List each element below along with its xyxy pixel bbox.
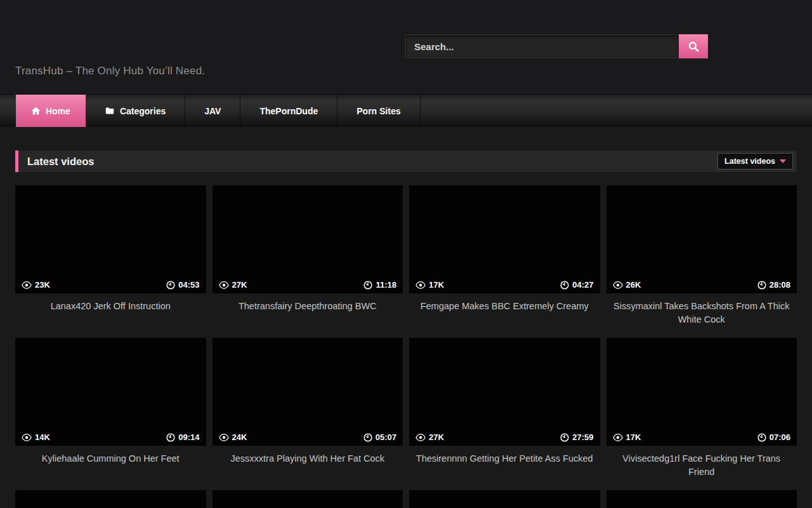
thumbnail-stats: 26K 28:08: [613, 280, 791, 290]
video-card[interactable]: 17K 07:06 Vivisectedg1rl Face Fucking He…: [606, 338, 797, 490]
nav-item-label: Home: [46, 106, 70, 116]
views-count: 26K: [626, 280, 641, 290]
views-stat: 17K: [416, 280, 444, 290]
duration-stat: 27:59: [560, 432, 593, 442]
video-card-partial[interactable]: [409, 490, 600, 508]
views-stat: 27K: [219, 280, 247, 290]
video-card[interactable]: 27K 27:59 Thesirennnn Getting Her Petite…: [409, 338, 600, 490]
video-thumbnail[interactable]: [606, 490, 797, 508]
duration: 07:06: [769, 432, 790, 442]
video-thumbnail[interactable]: 26K 28:08: [606, 185, 797, 293]
views-count: 23K: [35, 280, 50, 290]
video-thumbnail[interactable]: 27K 27:59: [409, 338, 600, 446]
search-input[interactable]: [405, 34, 679, 58]
video-card[interactable]: 23K 04:53 Lanax420 Jerk Off Instruction: [15, 185, 206, 338]
video-grid: 23K 04:53 Lanax420 Jerk Off Instruction: [15, 185, 797, 508]
home-icon: [31, 106, 41, 116]
nav-item-porn-sites[interactable]: Porn Sites: [337, 95, 420, 127]
duration-stat: 09:14: [166, 432, 199, 442]
views-count: 27K: [232, 280, 247, 290]
video-thumbnail[interactable]: 23K 04:53: [15, 185, 206, 293]
video-title[interactable]: Jessxxxtra Playing With Her Fat Cock: [213, 446, 403, 490]
thumbnail-stats: 17K 07:06: [613, 432, 791, 442]
video-thumbnail[interactable]: 24K 05:07: [213, 338, 403, 446]
eye-icon: [613, 281, 623, 289]
views-stat: 24K: [219, 432, 247, 442]
duration: 27:59: [572, 432, 593, 442]
video-title[interactable]: Kyliehaale Cumming On Her Feet: [15, 446, 206, 490]
video-title[interactable]: Sissymaxinl Takes Backshots From A Thick…: [606, 293, 797, 338]
sort-dropdown-label: Latest videos: [724, 157, 775, 166]
top-header: TransHub – The Only Hub You’ll Need.: [0, 0, 812, 94]
views-count: 17K: [626, 432, 641, 442]
thumbnail-stats: 14K 09:14: [22, 432, 200, 442]
nav-item-label: JAV: [204, 106, 221, 116]
caret-down-icon: [780, 159, 786, 163]
sort-dropdown[interactable]: Latest videos: [717, 153, 793, 170]
section-title: Latest videos: [27, 156, 94, 168]
views-count: 14K: [35, 432, 50, 442]
video-card[interactable]: 26K 28:08 Sissymaxinl Takes Backshots Fr…: [606, 185, 797, 338]
video-title[interactable]: Femgape Makes BBC Extremely Creamy: [409, 293, 600, 338]
eye-icon: [219, 434, 229, 441]
duration: 04:53: [178, 280, 199, 290]
clock-icon: [363, 281, 372, 290]
clock-icon: [363, 433, 372, 442]
eye-icon: [416, 434, 426, 441]
thumbnail-stats: 23K 04:53: [22, 280, 200, 290]
video-thumbnail[interactable]: 17K 04:27: [409, 185, 600, 293]
video-card-partial[interactable]: [15, 490, 206, 508]
video-card[interactable]: 14K 09:14 Kyliehaale Cumming On Her Feet: [15, 338, 206, 490]
video-thumbnail[interactable]: [213, 490, 403, 508]
eye-icon: [219, 281, 229, 289]
video-title[interactable]: Thetransfairy Deepthroating BWC: [213, 293, 403, 338]
nav-item-label: ThePornDude: [259, 106, 318, 116]
video-card[interactable]: 27K 11:18 Thetransfairy Deepthroating BW…: [213, 185, 403, 338]
views-stat: 27K: [416, 432, 444, 442]
site-tagline: TransHub – The Only Hub You’ll Need.: [15, 65, 205, 77]
video-card[interactable]: 17K 04:27 Femgape Makes BBC Extremely Cr…: [409, 185, 600, 338]
eye-icon: [22, 281, 32, 289]
video-title[interactable]: Lanax420 Jerk Off Instruction: [15, 293, 206, 338]
video-thumbnail[interactable]: [409, 490, 600, 508]
video-thumbnail[interactable]: 14K 09:14: [15, 338, 206, 446]
duration-stat: 07:06: [757, 432, 790, 442]
video-thumbnail[interactable]: 17K 07:06: [606, 338, 797, 446]
thumbnail-stats: 24K 05:07: [219, 432, 397, 442]
nav-item-theporndude[interactable]: ThePornDude: [240, 95, 337, 127]
magnifier-icon: [688, 41, 700, 53]
clock-icon: [757, 281, 766, 290]
video-thumbnail[interactable]: [15, 490, 206, 508]
thumbnail-stats: 27K 11:18: [219, 280, 397, 290]
duration-stat: 05:07: [363, 432, 396, 442]
eye-icon: [22, 434, 32, 441]
thumbnail-stats: 27K 27:59: [416, 432, 594, 442]
video-card-partial[interactable]: [606, 490, 797, 508]
views-stat: 23K: [22, 280, 50, 290]
duration: 11:18: [376, 280, 396, 290]
clock-icon: [166, 281, 175, 290]
nav-item-home[interactable]: Home: [16, 95, 86, 127]
latest-videos-section-header: Latest videos Latest videos: [15, 150, 797, 172]
video-title[interactable]: Thesirennnn Getting Her Petite Ass Fucke…: [409, 446, 600, 490]
views-count: 17K: [429, 280, 444, 290]
nav-item-jav[interactable]: JAV: [185, 95, 240, 127]
duration-stat: 11:18: [363, 280, 396, 290]
duration-stat: 04:27: [560, 280, 593, 290]
clock-icon: [560, 433, 569, 442]
eye-icon: [613, 434, 623, 441]
video-card[interactable]: 24K 05:07 Jessxxxtra Playing With Her Fa…: [213, 338, 403, 490]
duration: 28:08: [769, 280, 790, 290]
video-title[interactable]: Vivisectedg1rl Face Fucking Her Trans Fr…: [606, 446, 797, 490]
video-card-partial[interactable]: [213, 490, 403, 508]
video-thumbnail[interactable]: 27K 11:18: [213, 185, 403, 293]
views-count: 27K: [429, 432, 444, 442]
thumbnail-stats: 17K 04:27: [416, 280, 594, 290]
folder-icon: [105, 106, 115, 116]
duration-stat: 04:53: [166, 280, 199, 290]
clock-icon: [166, 433, 175, 442]
clock-icon: [560, 281, 569, 290]
views-stat: 17K: [613, 432, 641, 442]
search-button[interactable]: [679, 34, 708, 58]
nav-item-categories[interactable]: Categories: [86, 95, 185, 127]
